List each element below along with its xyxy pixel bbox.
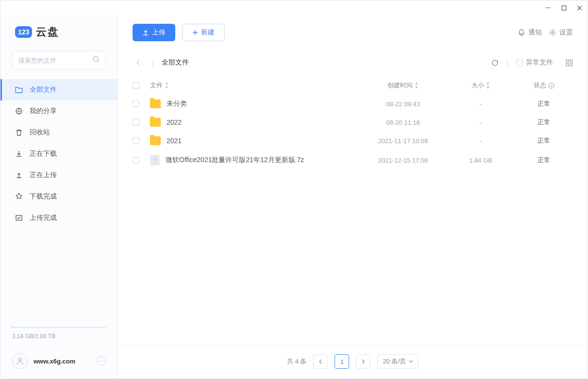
nav-label: 回收站: [30, 128, 50, 137]
nav-my-shares[interactable]: 我的分享: [0, 100, 118, 122]
folder-icon: [150, 99, 161, 108]
pagination-total: 共 4 条: [287, 357, 306, 366]
chevron-down-icon: [409, 360, 413, 363]
file-status: 正常: [515, 156, 573, 165]
logo-text: 云盘: [36, 25, 59, 39]
settings-button[interactable]: 设置: [549, 28, 573, 37]
notify-label: 通知: [528, 28, 542, 37]
column-size[interactable]: 大小 ▲▼: [447, 81, 515, 90]
back-button[interactable]: [133, 57, 144, 68]
svg-line-5: [98, 61, 99, 62]
page-number[interactable]: 1: [335, 354, 349, 369]
avatar[interactable]: [12, 353, 28, 369]
column-time[interactable]: 创建时间 ▲▼: [359, 81, 447, 90]
storage-bar: [12, 327, 106, 328]
column-name[interactable]: 文件 ▲▼: [150, 81, 359, 90]
prev-page-button[interactable]: [313, 354, 328, 369]
row-checkbox[interactable]: [133, 137, 139, 144]
search-icon[interactable]: [92, 55, 100, 65]
svg-rect-13: [570, 60, 572, 62]
nav-download-done[interactable]: 下载完成: [0, 186, 118, 207]
file-size: -: [447, 137, 515, 145]
file-name: 未分类: [167, 99, 187, 108]
file-row[interactable]: 20212021-11-17 10:59-正常: [118, 132, 588, 150]
separator: |: [506, 58, 508, 67]
breadcrumb-current[interactable]: 全部文件: [162, 58, 189, 67]
row-checkbox[interactable]: [133, 100, 139, 107]
new-label: 新建: [201, 28, 215, 37]
logo-badge: 123: [15, 26, 32, 38]
sort-icon: ▲▼: [415, 81, 419, 90]
svg-point-8: [18, 358, 21, 361]
row-checkbox[interactable]: [133, 119, 139, 126]
storage-text: 3.14 GB/2.00 TB: [0, 333, 118, 347]
svg-rect-1: [562, 6, 566, 10]
upload-button[interactable]: 上传: [133, 24, 175, 41]
app-logo: 123 云盘: [0, 15, 118, 51]
archive-icon: ?: [150, 155, 160, 165]
breadcrumb-separator: |: [152, 58, 154, 67]
abnormal-label: 异常文件: [526, 58, 553, 67]
nav-all-files[interactable]: 全部文件: [0, 79, 118, 100]
new-button[interactable]: 新建: [182, 24, 225, 41]
refresh-button[interactable]: [491, 59, 499, 66]
help-icon[interactable]: ?: [548, 82, 554, 89]
file-size: -: [447, 119, 515, 126]
file-size: -: [447, 100, 515, 108]
file-name: 2021: [167, 137, 182, 145]
file-size: 1.84 GB: [447, 157, 515, 164]
file-name: 2022: [167, 118, 182, 126]
file-time: 08-22 09:43: [359, 100, 447, 108]
per-page-select[interactable]: 20 条/页: [377, 354, 419, 369]
svg-rect-7: [16, 215, 22, 220]
svg-point-11: [552, 32, 554, 33]
nav-label: 正在上传: [30, 171, 57, 180]
svg-rect-15: [570, 64, 572, 66]
file-time: 08-20 11:18: [359, 119, 447, 126]
nav-uploading[interactable]: 正在上传: [0, 165, 118, 186]
file-row[interactable]: 202208-20 11:18-正常: [118, 113, 588, 132]
file-name: 微软Office2021批量许可版21年12月更新版.7z: [166, 156, 304, 165]
maximize-button[interactable]: [560, 4, 567, 11]
file-status: 正常: [515, 99, 573, 108]
nav-downloading[interactable]: 正在下载: [0, 143, 118, 165]
file-time: 2021-12-15 17:08: [359, 157, 447, 164]
folder-icon: [150, 118, 161, 127]
file-row[interactable]: 未分类08-22 09:43-正常: [118, 95, 588, 113]
file-row[interactable]: ?微软Office2021批量许可版21年12月更新版.7z2021-12-15…: [118, 150, 588, 170]
next-page-button[interactable]: [356, 354, 370, 369]
nav-label: 我的分享: [30, 107, 57, 115]
more-button[interactable]: ⋯: [96, 356, 106, 366]
svg-text:?: ?: [550, 83, 553, 88]
nav-label: 正在下载: [30, 149, 57, 158]
abnormal-files-filter[interactable]: 异常文件: [516, 58, 553, 67]
column-status: 状态 ?: [515, 81, 573, 90]
select-all-checkbox[interactable]: [133, 82, 139, 89]
notifications-button[interactable]: 通知: [518, 28, 542, 37]
nav-label: 上传完成: [30, 214, 57, 222]
row-checkbox[interactable]: [133, 157, 139, 164]
nav-label: 全部文件: [30, 85, 57, 94]
abnormal-checkbox[interactable]: [516, 59, 523, 66]
upload-label: 上传: [152, 28, 166, 37]
file-time: 2021-11-17 10:59: [359, 137, 447, 145]
view-toggle-button[interactable]: [566, 59, 573, 66]
folder-icon: [150, 136, 161, 145]
file-status: 正常: [515, 118, 573, 127]
nav-recycle-bin[interactable]: 回收站: [0, 122, 118, 143]
svg-rect-14: [566, 64, 569, 66]
minimize-button[interactable]: [545, 4, 552, 11]
svg-point-4: [93, 56, 98, 61]
sort-icon: ▲▼: [165, 81, 169, 90]
username: www.x6g.com: [34, 358, 90, 365]
settings-label: 设置: [559, 28, 573, 37]
nav-upload-done[interactable]: 上传完成: [0, 207, 118, 229]
close-button[interactable]: [576, 4, 583, 11]
sort-icon: ▲▼: [486, 81, 490, 90]
nav-label: 下载完成: [30, 192, 57, 201]
file-status: 正常: [515, 136, 573, 145]
svg-rect-12: [566, 60, 569, 62]
